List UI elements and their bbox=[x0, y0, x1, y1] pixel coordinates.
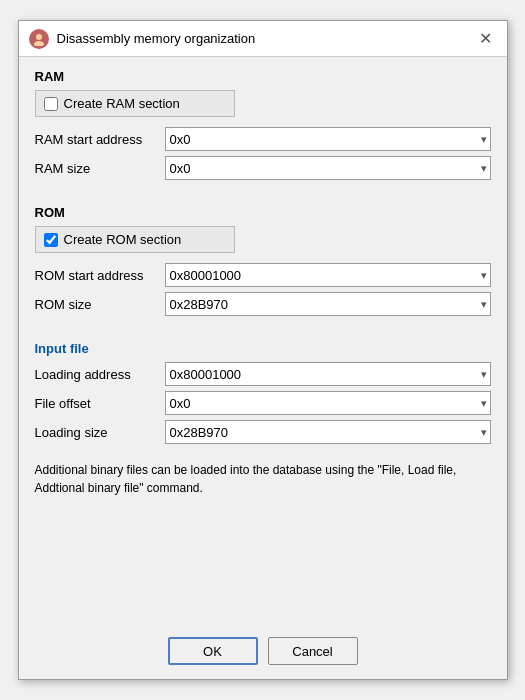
close-button[interactable]: ✕ bbox=[475, 28, 497, 50]
rom-size-label: ROM size bbox=[35, 297, 165, 312]
rom-checkbox-row[interactable]: Create ROM section bbox=[35, 226, 235, 253]
info-text: Additional binary files can be loaded in… bbox=[35, 461, 491, 497]
rom-size-wrapper: 0x28B970 bbox=[165, 292, 491, 316]
file-offset-wrapper: 0x0 bbox=[165, 391, 491, 415]
ram-checkbox-label: Create RAM section bbox=[64, 96, 180, 111]
file-offset-label: File offset bbox=[35, 396, 165, 411]
loading-address-row: Loading address 0x80001000 bbox=[35, 362, 491, 386]
dialog-body: RAM Create RAM section RAM start address… bbox=[19, 57, 507, 627]
rom-start-address-select[interactable]: 0x80001000 bbox=[165, 263, 491, 287]
ram-start-address-label: RAM start address bbox=[35, 132, 165, 147]
ok-button[interactable]: OK bbox=[168, 637, 258, 665]
ram-start-address-wrapper: 0x0 bbox=[165, 127, 491, 151]
svg-point-0 bbox=[36, 34, 42, 40]
ram-size-label: RAM size bbox=[35, 161, 165, 176]
title-bar: Disassembly memory organization ✕ bbox=[19, 21, 507, 57]
loading-size-wrapper: 0x28B970 bbox=[165, 420, 491, 444]
file-offset-select[interactable]: 0x0 bbox=[165, 391, 491, 415]
file-offset-row: File offset 0x0 bbox=[35, 391, 491, 415]
rom-size-row: ROM size 0x28B970 bbox=[35, 292, 491, 316]
rom-start-address-label: ROM start address bbox=[35, 268, 165, 283]
ram-start-address-select[interactable]: 0x0 bbox=[165, 127, 491, 151]
rom-size-select[interactable]: 0x28B970 bbox=[165, 292, 491, 316]
loading-address-label: Loading address bbox=[35, 367, 165, 382]
rom-start-address-wrapper: 0x80001000 bbox=[165, 263, 491, 287]
ram-size-wrapper: 0x0 bbox=[165, 156, 491, 180]
loading-address-wrapper: 0x80001000 bbox=[165, 362, 491, 386]
loading-size-row: Loading size 0x28B970 bbox=[35, 420, 491, 444]
divider-1 bbox=[35, 185, 491, 195]
input-file-label: Input file bbox=[35, 341, 491, 356]
loading-address-select[interactable]: 0x80001000 bbox=[165, 362, 491, 386]
app-icon bbox=[29, 29, 49, 49]
ram-section-label: RAM bbox=[35, 69, 491, 84]
loading-size-label: Loading size bbox=[35, 425, 165, 440]
dialog-window: Disassembly memory organization ✕ RAM Cr… bbox=[18, 20, 508, 680]
cancel-button[interactable]: Cancel bbox=[268, 637, 358, 665]
svg-point-1 bbox=[34, 41, 44, 46]
rom-section-label: ROM bbox=[35, 205, 491, 220]
rom-start-address-row: ROM start address 0x80001000 bbox=[35, 263, 491, 287]
dialog-footer: OK Cancel bbox=[19, 627, 507, 679]
ram-size-row: RAM size 0x0 bbox=[35, 156, 491, 180]
loading-size-select[interactable]: 0x28B970 bbox=[165, 420, 491, 444]
divider-2 bbox=[35, 321, 491, 331]
ram-checkbox-row[interactable]: Create RAM section bbox=[35, 90, 235, 117]
ram-checkbox[interactable] bbox=[44, 97, 58, 111]
dialog-title: Disassembly memory organization bbox=[57, 31, 256, 46]
rom-checkbox-label: Create ROM section bbox=[64, 232, 182, 247]
title-bar-left: Disassembly memory organization bbox=[29, 29, 256, 49]
ram-size-select[interactable]: 0x0 bbox=[165, 156, 491, 180]
rom-checkbox[interactable] bbox=[44, 233, 58, 247]
ram-start-address-row: RAM start address 0x0 bbox=[35, 127, 491, 151]
